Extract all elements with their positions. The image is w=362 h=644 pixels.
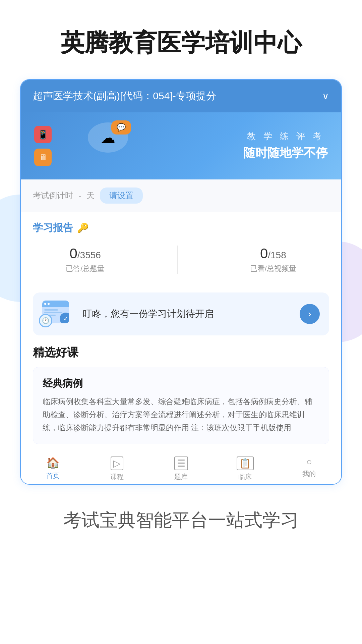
banner-main-text: 随时随地学不停: [243, 145, 328, 161]
banner-speech-bubble: 💬: [111, 120, 131, 135]
chevron-down-icon: ∨: [322, 91, 329, 102]
nav-label-mine: 我的: [302, 469, 316, 478]
report-header: 学习报告 🔑: [33, 221, 329, 235]
nav-item-clinical[interactable]: 📋 临床: [213, 457, 277, 481]
course-icon: ▷: [111, 457, 123, 470]
course-card[interactable]: 经典病例 临床病例收集各科室大量常多发、综合疑难临床病症，包括各病例病史分析、辅…: [33, 367, 329, 444]
home-icon: 🏠: [46, 457, 60, 469]
plan-card[interactable]: ✓ 🕐 叮咚，您有一份学习计划待开启 ›: [33, 292, 329, 335]
nav-item-mine[interactable]: ○ 我的: [277, 457, 341, 481]
plan-illustration: ✓ 🕐: [42, 301, 76, 327]
plan-text: 叮咚，您有一份学习计划待开启: [82, 308, 293, 320]
app-card: 超声医学技术(副高)[代码：054]-专项提分 ∨ 📱 🖥 ☁ 💬 教 学 练 …: [20, 79, 342, 485]
course-name: 经典病例: [43, 377, 319, 390]
nav-item-home[interactable]: 🏠 首页: [21, 457, 85, 481]
set-countdown-button[interactable]: 请设置: [100, 187, 143, 204]
featured-section: 精选好课 经典病例 临床病例收集各科室大量常多发、综合疑难临床病症，包括各病例病…: [21, 345, 341, 451]
course-description: 临床病例收集各科室大量常多发、综合疑难临床病症，包括各病例病史分析、辅助检查、诊…: [43, 395, 319, 434]
countdown-unit: 天: [86, 190, 95, 201]
key-icon: 🔑: [77, 222, 89, 233]
clinical-icon: 📋: [237, 457, 254, 470]
plan-arrow-button[interactable]: ›: [300, 304, 320, 324]
banner-icon-mobile: 📱: [34, 126, 52, 143]
countdown-row: 考试倒计时 - 天 请设置: [21, 179, 341, 212]
bottom-tagline: 考试宝典智能平台一站式学习: [0, 485, 362, 559]
stat-questions: 0/3556 已答/总题量: [66, 246, 105, 274]
nav-label-home: 首页: [46, 471, 60, 480]
nav-item-question[interactable]: ☰ 题库: [149, 457, 213, 481]
mine-icon: ○: [306, 457, 312, 467]
course-header[interactable]: 超声医学技术(副高)[代码：054]-专项提分 ∨: [21, 80, 341, 112]
page-title: 英腾教育医学培训中心: [0, 0, 362, 79]
banner-text-area: 教 学 练 评 考 随时随地学不停: [243, 130, 328, 161]
bottom-nav: 🏠 首页 ▷ 课程 ☰ 题库 📋 临床 ○ 我的: [21, 451, 341, 484]
course-title: 超声医学技术(副高)[代码：054]-专项提分: [33, 89, 318, 103]
report-title: 学习报告: [33, 221, 73, 235]
stat-videos-number: 0/158: [250, 246, 296, 262]
nav-label-question: 题库: [174, 472, 188, 481]
stat-videos: 0/158 已看/总视频量: [250, 246, 296, 274]
banner-icon-desktop: 🖥: [34, 149, 52, 166]
stat-videos-label: 已看/总视频量: [250, 264, 296, 274]
banner: 📱 🖥 ☁ 💬 教 学 练 评 考 随时随地学不停: [21, 112, 341, 179]
banner-subtitle: 教 学 练 评 考: [243, 130, 328, 142]
report-section: 学习报告 🔑 0/3556 已答/总题量 0/158 已看/总视频量: [21, 212, 341, 288]
stat-questions-label: 已答/总题量: [66, 264, 105, 274]
stat-divider: [177, 246, 178, 274]
nav-label-course: 课程: [110, 472, 124, 481]
nav-item-course[interactable]: ▷ 课程: [85, 457, 149, 481]
countdown-dash: -: [78, 191, 81, 200]
nav-label-clinical: 临床: [238, 472, 252, 481]
countdown-label: 考试倒计时: [33, 190, 73, 201]
question-bank-icon: ☰: [174, 457, 188, 470]
banner-icons: 📱 🖥: [34, 126, 52, 166]
stat-questions-number: 0/3556: [66, 246, 105, 262]
featured-title: 精选好课: [33, 345, 329, 360]
report-stats: 0/3556 已答/总题量 0/158 已看/总视频量: [33, 243, 329, 279]
